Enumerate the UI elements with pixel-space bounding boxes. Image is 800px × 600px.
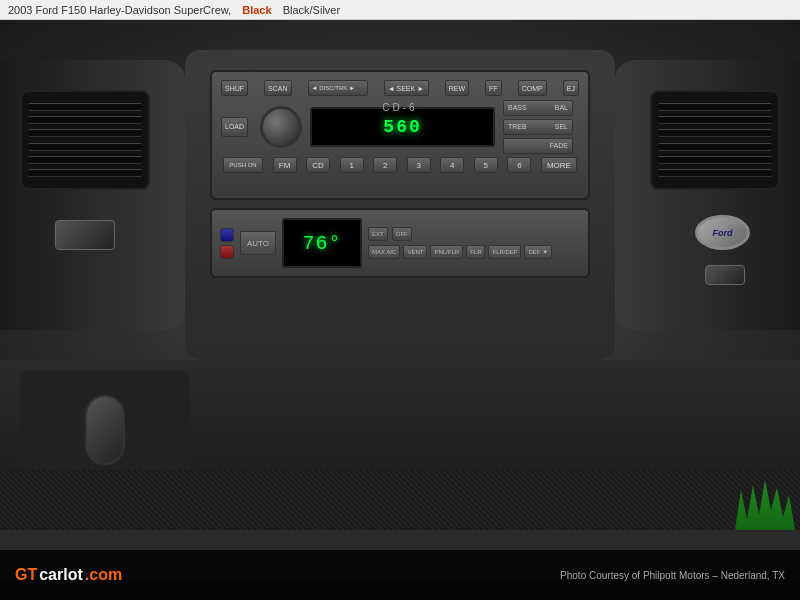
eject-button[interactable]: EJ [563, 80, 579, 96]
rew-button[interactable]: REW [445, 80, 469, 96]
climate-left-controls [220, 228, 234, 259]
ext-button[interactable]: EXT [368, 227, 388, 241]
def-v-button[interactable]: DEF ▼ [524, 245, 552, 259]
right-vent-slot-2 [658, 116, 772, 124]
vent-slot-3 [28, 129, 142, 137]
vent-slot-1 [28, 103, 142, 111]
gtcarlot-logo: GT carlot .com [15, 566, 122, 584]
logo-carlot: carlot [39, 566, 83, 584]
left-vent-area [0, 60, 185, 330]
preset-5[interactable]: 5 [474, 157, 498, 173]
color-black: Black [242, 4, 271, 16]
treb-control: TREB SEL [503, 119, 573, 135]
cd-button[interactable]: CD [306, 157, 330, 173]
disc-trk-button[interactable]: ◄ DISC/TRK ► [308, 80, 368, 96]
flr-button[interactable]: FLR [466, 245, 485, 259]
ford-logo: Ford [695, 215, 750, 250]
more-button[interactable]: MORE [541, 157, 577, 173]
right-vent-slot-1 [658, 103, 772, 111]
color-blacksilver: Black/Silver [283, 4, 340, 16]
top-bar: 2003 Ford F150 Harley-Davidson SuperCrew… [0, 0, 800, 20]
photo-credit: Photo Courtesy of Philpott Motors – Nede… [560, 570, 785, 581]
logo-com: .com [85, 566, 122, 584]
vehicle-title: 2003 Ford F150 Harley-Davidson SuperCrew… [8, 4, 231, 16]
right-dash-button[interactable] [705, 265, 745, 285]
preset-4[interactable]: 4 [440, 157, 464, 173]
climate-bottom-buttons: MAX A/C VENT PNL/FLR FLR FLR/DEF DEF ▼ [368, 245, 580, 259]
right-air-vent [650, 90, 780, 190]
climate-blue-btn[interactable] [220, 228, 234, 242]
left-air-vent [20, 90, 150, 190]
preset-3[interactable]: 3 [407, 157, 431, 173]
radio-unit: CD-6 SHUF SCAN ◄ DISC/TRK ► ◄ SEEK ► REW… [210, 70, 590, 200]
carpet-area [0, 470, 800, 530]
climate-top-buttons: EXT OFF [368, 227, 580, 241]
fm-button[interactable]: FM [273, 157, 297, 173]
climate-temperature-display: 76° [282, 218, 362, 268]
load-button[interactable]: LOAD [221, 117, 248, 137]
right-vent-slot-3 [658, 129, 772, 137]
lower-dashboard [0, 360, 800, 530]
vent-slot-2 [28, 116, 142, 124]
vent-slot-4 [28, 143, 142, 151]
shuf-button[interactable]: SHUF [221, 80, 248, 96]
auto-button[interactable]: AUTO [240, 231, 276, 255]
left-vent-knob[interactable] [55, 220, 115, 250]
bass-control: BASS BAL [503, 100, 573, 116]
preset-2[interactable]: 2 [373, 157, 397, 173]
push-on-button[interactable]: PUSH ON [223, 157, 263, 173]
preset-1[interactable]: 1 [340, 157, 364, 173]
flr-def-button[interactable]: FLR/DEF [488, 245, 521, 259]
max-ac-button[interactable]: MAX A/C [368, 245, 400, 259]
logo-gt: GT [15, 566, 37, 584]
radio-right-controls: BASS BAL TREB SEL FADE [503, 100, 573, 154]
right-vent-slot-6 [658, 169, 772, 177]
slash-separator [276, 4, 279, 16]
right-vent-slot-4 [658, 143, 772, 151]
pnl-flr-button[interactable]: PNL/FLR [430, 245, 463, 259]
off-button[interactable]: OFF [392, 227, 412, 241]
climate-right-controls: EXT OFF MAX A/C VENT PNL/FLR FLR FLR/DEF… [368, 227, 580, 259]
bottom-bar: GT carlot .com Photo Courtesy of Philpot… [0, 550, 800, 600]
door-handle[interactable] [85, 395, 125, 465]
photo-container: Ford CD-6 SHUF SCAN ◄ DISC/TRK ► ◄ SEEK … [0, 20, 800, 580]
fade-control: FADE [503, 138, 573, 154]
radio-bottom-row: PUSH ON FM CD 1 2 3 4 5 6 MORE [217, 154, 583, 176]
right-vent-area: Ford [615, 60, 800, 330]
right-vent-slot-5 [658, 156, 772, 164]
cd6-label: CD-6 [382, 102, 417, 113]
seek-button[interactable]: ◄ SEEK ► [384, 80, 429, 96]
vent-slot-5 [28, 156, 142, 164]
separator [235, 4, 238, 16]
preset-6[interactable]: 6 [507, 157, 531, 173]
center-console: CD-6 SHUF SCAN ◄ DISC/TRK ► ◄ SEEK ► REW… [185, 50, 615, 360]
radio-volume-knob[interactable] [260, 106, 302, 148]
radio-top-row: SHUF SCAN ◄ DISC/TRK ► ◄ SEEK ► REW FF C… [217, 77, 583, 99]
ff-button[interactable]: FF [485, 80, 502, 96]
vent-button[interactable]: VENT [403, 245, 427, 259]
comp-button[interactable]: COMP [518, 80, 547, 96]
climate-control-unit: AUTO 76° EXT OFF MAX A/C VENT PNL/FLR FL… [210, 208, 590, 278]
scan-button[interactable]: SCAN [264, 80, 291, 96]
climate-red-btn[interactable] [220, 245, 234, 259]
vent-slot-6 [28, 169, 142, 177]
